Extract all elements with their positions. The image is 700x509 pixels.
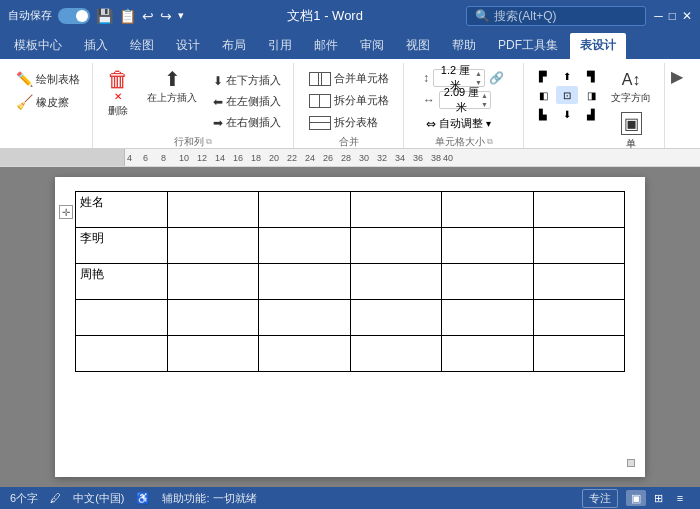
web-view-btn[interactable]: ⊞ (648, 490, 668, 506)
insert-left-icon: ⬅ (213, 95, 223, 109)
table-cell[interactable] (442, 336, 534, 372)
table-cell[interactable] (259, 300, 351, 336)
tab-layout[interactable]: 布局 (212, 33, 256, 59)
search-box[interactable]: 🔍 (466, 6, 646, 26)
table-cell[interactable] (259, 336, 351, 372)
table-cell[interactable] (259, 264, 351, 300)
tab-references[interactable]: 引用 (258, 33, 302, 59)
pencil-table-icon: ✏️ (16, 71, 33, 87)
table-cell[interactable] (533, 192, 625, 228)
table-cell[interactable] (76, 336, 168, 372)
delete-btn[interactable]: 🗑 ✕ 删除 (101, 67, 135, 120)
table-cell[interactable] (259, 192, 351, 228)
align-middle-left-btn[interactable]: ◧ (532, 86, 554, 104)
ruler-mark-16: 16 (233, 153, 243, 163)
table-cell[interactable] (533, 228, 625, 264)
redo-icon[interactable]: ↪ (160, 8, 172, 24)
ribbon-more-icon: ▶ (671, 67, 683, 86)
insert-right-btn[interactable]: ➡ 在右侧插入 (209, 113, 285, 132)
tab-table-design[interactable]: 表设计 (570, 33, 626, 59)
align-bottom-center-btn[interactable]: ⬇ (556, 105, 578, 123)
align-bottom-right-btn[interactable]: ▟ (580, 105, 602, 123)
table-cell[interactable] (350, 228, 442, 264)
search-input[interactable] (494, 9, 634, 23)
close-icon[interactable]: ✕ (682, 9, 692, 23)
table-cell[interactable] (533, 300, 625, 336)
tab-draw[interactable]: 绘图 (120, 33, 164, 59)
copy-icon[interactable]: 📋 (119, 8, 136, 24)
maximize-icon[interactable]: □ (669, 9, 676, 23)
cell-width-input[interactable]: 2.09 厘米 ▲ ▼ (439, 91, 491, 109)
insert-below-btn[interactable]: ⬇ 在下方插入 (209, 71, 285, 90)
table-cell[interactable] (167, 336, 259, 372)
cell-margins-btn[interactable]: ▣ 单 (606, 110, 656, 153)
tab-help[interactable]: 帮助 (442, 33, 486, 59)
focus-btn[interactable]: 专注 (582, 489, 618, 508)
align-bottom-left-btn[interactable]: ▙ (532, 105, 554, 123)
document-table[interactable]: 姓名 李明 周艳 (75, 191, 625, 372)
table-cell[interactable] (167, 192, 259, 228)
track-changes-icon[interactable]: 🖊 (50, 492, 61, 504)
language[interactable]: 中文(中国) (73, 491, 124, 506)
tab-view[interactable]: 视图 (396, 33, 440, 59)
auto-fit-btn[interactable]: ⇔ 自动调整 ▾ (423, 115, 494, 132)
table-cell[interactable] (167, 264, 259, 300)
accessibility-status[interactable]: 辅助功能: 一切就绪 (162, 491, 256, 506)
table-cell[interactable] (350, 300, 442, 336)
tab-pdf-tools[interactable]: PDF工具集 (488, 33, 568, 59)
table-cell[interactable] (350, 336, 442, 372)
eraser-btn[interactable]: 🧹 橡皮擦 (12, 92, 73, 112)
autosave-toggle[interactable] (58, 8, 90, 24)
table-cell[interactable]: 李明 (76, 228, 168, 264)
align-top-center-btn[interactable]: ⬆ (556, 67, 578, 85)
table-cell[interactable] (533, 264, 625, 300)
width-up-btn[interactable]: ▲ (481, 91, 488, 100)
align-middle-center-btn[interactable]: ⊡ (556, 86, 578, 104)
table-cell[interactable] (442, 228, 534, 264)
split-table-btn[interactable]: 拆分表格 (305, 113, 382, 132)
merge-cells-btn[interactable]: 合并单元格 (305, 69, 393, 88)
align-top-right-btn[interactable]: ▜ (580, 67, 602, 85)
table-move-handle[interactable]: ✛ (59, 205, 73, 219)
table-cell[interactable] (350, 264, 442, 300)
minimize-icon[interactable]: ─ (654, 9, 663, 23)
align-middle-right-btn[interactable]: ◨ (580, 86, 602, 104)
cell-size-expander[interactable]: ⧉ (487, 137, 493, 147)
table-cell[interactable] (442, 192, 534, 228)
table-cell[interactable] (167, 228, 259, 264)
table-cell[interactable]: 周艳 (76, 264, 168, 300)
table-resize-handle[interactable] (627, 459, 635, 467)
insert-left-btn[interactable]: ⬅ 在左侧插入 (209, 92, 285, 111)
tab-design[interactable]: 设计 (166, 33, 210, 59)
tab-template[interactable]: 模板中心 (4, 33, 72, 59)
table-cell[interactable] (442, 264, 534, 300)
draw-table-btn[interactable]: ✏️ 绘制表格 (12, 69, 84, 89)
height-up-btn[interactable]: ▲ (475, 69, 482, 78)
width-down-btn[interactable]: ▼ (481, 100, 488, 109)
table-cell[interactable]: 姓名 (76, 192, 168, 228)
table-cell[interactable] (442, 300, 534, 336)
tab-mail[interactable]: 邮件 (304, 33, 348, 59)
height-icon: ↕ (423, 71, 429, 85)
table-cell[interactable] (167, 300, 259, 336)
text-direction-btn[interactable]: A↕ 文字方向 (606, 69, 656, 107)
tab-review[interactable]: 审阅 (350, 33, 394, 59)
table-cell[interactable] (533, 336, 625, 372)
align-top-left-btn[interactable]: ▛ (532, 67, 554, 85)
print-view-btn[interactable]: ▣ (626, 490, 646, 506)
table-cell[interactable] (259, 228, 351, 264)
insert-above-btn[interactable]: ⬆ 在上方插入 (141, 67, 203, 107)
split-cells-btn[interactable]: 拆分单元格 (305, 91, 393, 110)
table-cell[interactable] (76, 300, 168, 336)
tab-insert[interactable]: 插入 (74, 33, 118, 59)
draft-view-btn[interactable]: ≡ (670, 490, 690, 506)
word-count[interactable]: 6个字 (10, 491, 38, 506)
rows-cols-expander[interactable]: ⧉ (206, 137, 212, 147)
save-icon[interactable]: 💾 (96, 8, 113, 24)
ribbon-more-btn[interactable]: ▶ (665, 63, 689, 148)
auto-fit-dropdown-icon[interactable]: ▾ (486, 118, 491, 129)
document-page[interactable]: ✛ 姓名 李明 (55, 177, 645, 477)
undo-icon[interactable]: ↩ (142, 8, 154, 24)
width-spinner[interactable]: ▲ ▼ (481, 91, 488, 109)
table-cell[interactable] (350, 192, 442, 228)
